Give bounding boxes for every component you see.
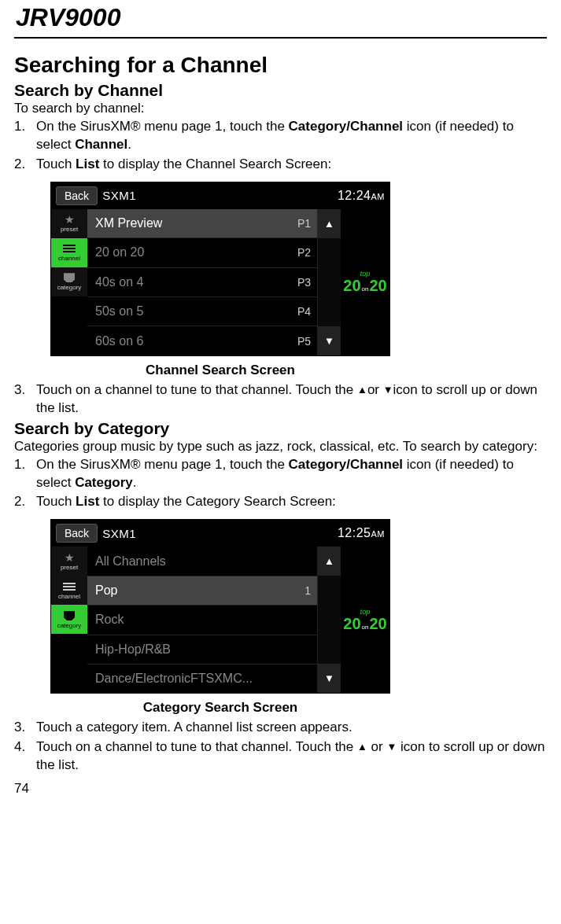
section-heading: Searching for a Channel xyxy=(14,53,547,78)
preset-num: P5 xyxy=(297,335,311,348)
device-screen: Back SXM1 12:24AM ★ preset channel xyxy=(50,182,390,356)
channel-step-1: 1. On the SirusXM® menu page 1, touch th… xyxy=(14,118,547,154)
tab-label: channel xyxy=(58,255,80,262)
preset-tab[interactable]: ★ preset xyxy=(51,547,87,576)
item-name: All Channels xyxy=(95,554,311,569)
list-item[interactable]: XM PreviewP1 xyxy=(87,209,317,237)
category-tab[interactable]: category xyxy=(51,605,87,634)
step-text: Touch List to display the Category Searc… xyxy=(36,493,547,511)
list-item[interactable]: Rock xyxy=(87,605,317,634)
scroll-up-button[interactable]: ▲ xyxy=(318,209,341,238)
step-number: 2. xyxy=(14,493,36,511)
text-bold: Category/Channel xyxy=(289,119,403,134)
subsection-category-heading: Search by Category xyxy=(14,419,547,438)
text-frag: Touch xyxy=(36,494,76,509)
clock-ampm: AM xyxy=(371,192,386,201)
triangle-down-icon: ▼ xyxy=(386,742,397,752)
device-sidebar: ★ preset channel category xyxy=(51,547,87,693)
channel-tab[interactable]: channel xyxy=(51,576,87,605)
scroll-track[interactable] xyxy=(318,238,341,326)
text-bold: Category/Channel xyxy=(289,457,403,472)
clock-time: 12:25 xyxy=(338,526,371,539)
step-number: 1. xyxy=(14,118,36,154)
clock-ampm: AM xyxy=(371,529,386,539)
item-name: Rock xyxy=(95,613,311,627)
category-list: All Channels Pop1 Rock Hip-Hop/R&B Dance… xyxy=(87,547,317,693)
item-name: Hip-Hop/R&B xyxy=(95,642,311,657)
star-icon: ★ xyxy=(62,552,76,563)
scroll-column: ▲ ▼ xyxy=(317,209,341,355)
text-frag: . xyxy=(133,475,137,490)
list-item[interactable]: 50s on 5P4 xyxy=(87,296,317,326)
triangle-down-icon: ▼ xyxy=(383,385,393,395)
scroll-down-button[interactable]: ▼ xyxy=(318,664,341,693)
category-steps: 1. On the SirusXM® menu page 1, touch th… xyxy=(14,456,547,512)
text-bold: Category xyxy=(75,475,133,490)
list-item[interactable]: All Channels xyxy=(87,547,317,575)
channel-caption: Channel Search Screen xyxy=(50,363,390,378)
source-label: SXM1 xyxy=(102,189,136,202)
tag-icon xyxy=(62,272,76,283)
device-body: ★ preset channel category All Channels P… xyxy=(51,547,389,693)
category-step-3: 3. Touch a category item. A channel list… xyxy=(14,719,547,737)
text-frag: On the SirusXM® menu page 1, touch the xyxy=(36,119,289,134)
list-item[interactable]: 60s on 6P5 xyxy=(87,326,317,355)
document-page: JRV9000 Searching for a Channel Search b… xyxy=(0,3,561,812)
list-item[interactable]: Hip-Hop/R&B xyxy=(87,635,317,664)
scroll-track[interactable] xyxy=(318,576,341,664)
device-topbar: Back SXM1 12:25AM xyxy=(51,520,389,547)
channel-intro: To search by channel: xyxy=(14,100,547,118)
list-item[interactable]: Pop1 xyxy=(87,576,317,605)
logo-20: 20 xyxy=(343,616,360,631)
clock-time: 12:24 xyxy=(338,189,371,202)
scroll-down-button[interactable]: ▼ xyxy=(318,326,341,355)
step-number: 3. xyxy=(14,719,36,737)
text-frag: or xyxy=(367,739,387,754)
text-frag: to display the Category Search Screen: xyxy=(99,494,336,509)
preset-num: P4 xyxy=(297,305,311,318)
step-number: 2. xyxy=(14,156,36,174)
category-screenshot: Back SXM1 12:25AM ★ preset channel xyxy=(14,513,547,698)
text-bold: List xyxy=(76,494,99,509)
channel-screenshot: Back SXM1 12:24AM ★ preset channel xyxy=(14,175,547,361)
device-sidebar: ★ preset channel category xyxy=(51,209,87,355)
scroll-up-button[interactable]: ▲ xyxy=(318,547,341,576)
album-art: top 20on20 xyxy=(341,547,389,693)
item-name: Dance/ElectronicFTSXMC... xyxy=(95,672,311,686)
preset-num: 1 xyxy=(304,584,311,597)
preset-tab[interactable]: ★ preset xyxy=(51,209,87,238)
tab-label: category xyxy=(57,284,82,291)
category-step-4: 4. Touch on a channel to tune to that ch… xyxy=(14,738,547,775)
header-rule xyxy=(14,37,547,39)
star-icon: ★ xyxy=(62,214,76,225)
category-tab[interactable]: category xyxy=(51,267,87,296)
item-name: 20 on 20 xyxy=(95,245,297,260)
step-text: On the SirusXM® menu page 1, touch the C… xyxy=(36,456,547,492)
tab-label: preset xyxy=(61,564,78,571)
logo-20: 20 xyxy=(369,616,386,631)
logo-on: on xyxy=(362,624,369,631)
category-steps-cont: 3. Touch a category item. A channel list… xyxy=(14,719,547,775)
item-name: 50s on 5 xyxy=(95,304,297,318)
item-name: Pop xyxy=(95,583,304,598)
channel-tab[interactable]: channel xyxy=(51,238,87,267)
back-button[interactable]: Back xyxy=(56,186,98,205)
step-text: Touch a category item. A channel list sc… xyxy=(36,719,547,737)
text-frag: Touch on a channel to tune to that chann… xyxy=(36,382,357,397)
step-text: Touch List to display the Channel Search… xyxy=(36,156,547,174)
preset-num: P3 xyxy=(297,276,311,289)
category-caption: Category Search Screen xyxy=(50,700,390,716)
back-button[interactable]: Back xyxy=(56,524,98,543)
list-icon xyxy=(62,581,76,592)
text-frag: . xyxy=(127,137,131,152)
category-intro: Categories group music by type such as j… xyxy=(14,438,547,456)
source-label: SXM1 xyxy=(102,527,136,540)
logo-on: on xyxy=(362,285,369,293)
list-item[interactable]: 40s on 4P3 xyxy=(87,267,317,296)
step-number: 4. xyxy=(14,738,36,775)
tab-label: category xyxy=(57,622,82,629)
list-item[interactable]: 20 on 20P2 xyxy=(87,237,317,267)
list-item[interactable]: Dance/ElectronicFTSXMC... xyxy=(87,664,317,693)
logo-20: 20 xyxy=(343,278,360,293)
channel-step-2: 2. Touch List to display the Channel Sea… xyxy=(14,156,547,174)
